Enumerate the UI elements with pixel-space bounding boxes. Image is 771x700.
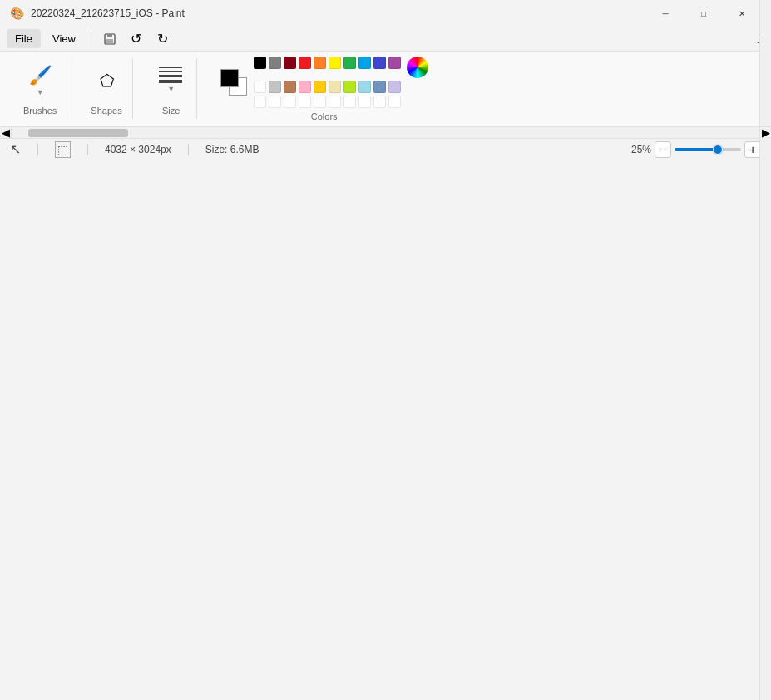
file-menu[interactable]: File xyxy=(7,29,41,48)
app-icon: 🎨 xyxy=(10,7,24,20)
foreground-color[interactable] xyxy=(220,69,239,87)
color-swatch-w8[interactable] xyxy=(358,96,371,108)
color-swatch-w2[interactable] xyxy=(269,96,281,108)
brushes-buttons: 🖌️ ▼ xyxy=(25,62,55,99)
save-toolbar-button[interactable] xyxy=(98,27,121,51)
color-swatch-w1[interactable] xyxy=(254,96,266,108)
color-swatch-w4[interactable] xyxy=(299,96,311,108)
color-swatch-blue[interactable] xyxy=(373,57,386,69)
color-swatch-gray[interactable] xyxy=(269,57,281,69)
color-swatch-yellow[interactable] xyxy=(329,57,341,69)
size-button[interactable]: ▼ xyxy=(156,62,186,99)
color-swatch-white[interactable] xyxy=(254,81,266,93)
color-swatch-steelblue[interactable] xyxy=(373,81,386,93)
color-swatch-lightgray[interactable] xyxy=(269,81,281,93)
color-swatch-lime[interactable] xyxy=(343,81,356,93)
color-swatch-w9[interactable] xyxy=(373,96,386,108)
color-row-2 xyxy=(254,81,428,93)
shapes-button[interactable]: ⬠ xyxy=(91,62,121,99)
color-row-3 xyxy=(254,96,428,108)
color-swatch-cyan[interactable] xyxy=(358,57,371,69)
zoom-percent: 25% xyxy=(631,144,651,155)
redo-button[interactable]: ↻ xyxy=(151,27,175,51)
image-dimensions: 4032 × 3024px xyxy=(105,144,171,155)
brushes-button[interactable]: 🖌️ ▼ xyxy=(25,62,55,99)
color-swatch-w10[interactable] xyxy=(388,96,401,108)
color-swatch-cream[interactable] xyxy=(329,81,341,93)
color-swatch-pink[interactable] xyxy=(299,81,311,93)
color-swatch-lavender[interactable] xyxy=(388,81,401,93)
shapes-buttons: ⬠ xyxy=(91,62,121,99)
color-swatch-green[interactable] xyxy=(343,57,356,69)
color-swatch-brown[interactable] xyxy=(284,81,296,93)
color-swatch-darkred[interactable] xyxy=(284,57,296,69)
zoom-in-button[interactable]: + xyxy=(744,141,761,158)
svg-rect-1 xyxy=(107,34,112,37)
color-swatch-w7[interactable] xyxy=(343,96,356,108)
svg-rect-2 xyxy=(106,39,113,43)
titlebar-title: 20220324_212623715_iOS - Paint xyxy=(31,7,640,19)
scroll-left-button[interactable]: ◀ xyxy=(0,127,12,138)
separator2 xyxy=(87,144,88,155)
separator xyxy=(37,144,38,155)
ribbon: 🖌️ ▼ Brushes ⬠ Shapes ▼ xyxy=(0,52,771,126)
view-menu[interactable]: View xyxy=(44,29,84,48)
color-swatch-w5[interactable] xyxy=(314,96,326,108)
color-swatch-w3[interactable] xyxy=(284,96,296,108)
color-palette xyxy=(254,57,428,108)
titlebar: 🎨 20220324_212623715_iOS - Paint ─ □ ✕ xyxy=(0,0,771,27)
zoom-out-button[interactable]: − xyxy=(655,141,671,158)
size-buttons: ▼ xyxy=(156,62,186,99)
menubar: File View ↺ ↻ ⤴ xyxy=(0,27,771,52)
color-swatch-red[interactable] xyxy=(299,57,311,69)
shapes-label: Shapes xyxy=(91,106,121,116)
zoom-slider[interactable] xyxy=(675,148,741,151)
ribbon-size-section: ▼ Size xyxy=(146,58,197,119)
maximize-button[interactable]: □ xyxy=(685,0,723,27)
zoom-slider-track xyxy=(675,148,714,151)
ribbon-brushes-section: 🖌️ ▼ Brushes xyxy=(13,58,67,119)
color-row-1 xyxy=(254,57,428,78)
ribbon-shapes-section: ⬠ Shapes xyxy=(81,58,132,119)
scroll-right-button[interactable]: ▶ xyxy=(759,127,771,138)
colors-label: Colors xyxy=(220,111,428,121)
select-tool-icon: ⬚ xyxy=(55,141,71,158)
colors-section: Colors xyxy=(210,53,438,125)
close-button[interactable]: ✕ xyxy=(723,0,761,27)
undo-button[interactable]: ↺ xyxy=(125,27,148,51)
cursor-tool-icon: ↖ xyxy=(10,141,21,157)
active-colors xyxy=(220,69,247,96)
horizontal-scroll-thumb[interactable] xyxy=(28,129,128,137)
ribbon-scrollbar xyxy=(759,0,771,700)
color-swatch-orange[interactable] xyxy=(314,57,326,69)
color-swatch-w6[interactable] xyxy=(329,96,341,108)
file-size: Size: 6.6MB xyxy=(205,144,259,155)
titlebar-controls: ─ □ ✕ xyxy=(646,0,761,27)
brush-icon: 🖌️ xyxy=(29,65,52,86)
color-picker-button[interactable] xyxy=(407,57,428,78)
shapes-icon: ⬠ xyxy=(100,71,114,91)
zoom-controls: 25% − + xyxy=(631,141,761,158)
separator3 xyxy=(188,144,189,155)
brushes-label: Brushes xyxy=(23,106,57,116)
zoom-slider-thumb[interactable] xyxy=(713,145,723,155)
color-swatch-purple[interactable] xyxy=(388,57,401,69)
horizontal-scrollbar[interactable]: ◀ ▶ xyxy=(0,126,771,138)
minimize-button[interactable]: ─ xyxy=(646,0,685,27)
size-label: Size xyxy=(162,106,180,116)
color-swatch-gold[interactable] xyxy=(314,81,326,93)
statusbar: ↖ ⬚ 4032 × 3024px Size: 6.6MB 25% − + xyxy=(0,138,771,160)
color-swatch-black[interactable] xyxy=(254,57,266,69)
color-swatch-lightblue[interactable] xyxy=(358,81,371,93)
